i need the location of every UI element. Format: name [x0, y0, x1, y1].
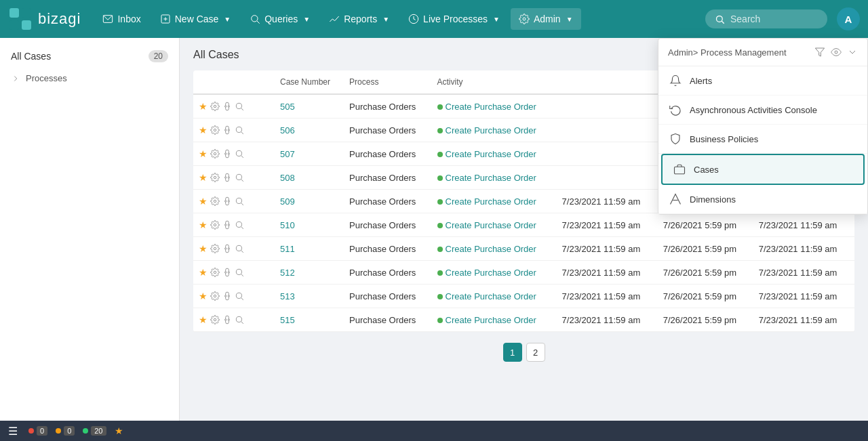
case-action-1[interactable]: [210, 102, 220, 111]
inbox-button[interactable]: Inbox: [94, 8, 149, 30]
case-number[interactable]: 515: [280, 315, 295, 325]
search-bar[interactable]: [705, 9, 827, 28]
case-action-2[interactable]: [222, 125, 232, 135]
logo[interactable]: bizagi: [8, 7, 81, 31]
activity-link[interactable]: Create Purchase Order: [446, 196, 536, 207]
case-action-1[interactable]: [210, 244, 220, 253]
filter-icon[interactable]: [814, 47, 825, 58]
live-processes-button[interactable]: Live Processes ▼: [400, 8, 508, 30]
case-action-1[interactable]: [210, 125, 220, 135]
star-toggle[interactable]: ★: [199, 196, 208, 207]
svg-line-33: [241, 180, 243, 182]
hamburger-icon[interactable]: ☰: [8, 425, 18, 438]
star-toggle[interactable]: ★: [199, 125, 208, 135]
col-created-header: [557, 70, 658, 94]
activity-link[interactable]: Create Purchase Order: [446, 268, 536, 278]
case-number[interactable]: 505: [280, 102, 295, 112]
activity-link[interactable]: Create Purchase Order: [446, 220, 536, 230]
case-search-icon[interactable]: [235, 220, 244, 230]
case-search-icon[interactable]: [235, 291, 244, 301]
case-action-2[interactable]: [222, 291, 232, 301]
star-toggle[interactable]: ★: [199, 267, 208, 278]
svg-line-63: [241, 322, 243, 324]
case-search-icon[interactable]: [235, 125, 244, 135]
reports-button[interactable]: Reports ▼: [321, 8, 397, 30]
case-action-2[interactable]: [222, 220, 232, 230]
search-input[interactable]: [730, 14, 812, 24]
svg-point-26: [228, 153, 229, 154]
created-date-cell: [557, 94, 658, 119]
eye-icon[interactable]: [831, 47, 842, 58]
dropdown-item-async-console[interactable]: Asynchronous Activities Console: [658, 96, 867, 125]
avatar[interactable]: A: [837, 7, 860, 30]
case-action-1[interactable]: [210, 196, 220, 206]
case-number[interactable]: 507: [280, 149, 295, 159]
case-action-2[interactable]: [222, 268, 232, 277]
case-number-cell: 507: [275, 142, 344, 166]
activity-link[interactable]: Create Purchase Order: [446, 315, 536, 325]
case-action-1[interactable]: [210, 291, 220, 301]
activity-link[interactable]: Create Purchase Order: [446, 173, 536, 183]
case-search-icon[interactable]: [235, 196, 244, 206]
star-toggle[interactable]: ★: [199, 101, 208, 112]
activity-link[interactable]: Create Purchase Order: [446, 125, 536, 135]
chevron-down-icon[interactable]: [847, 47, 858, 58]
case-action-1[interactable]: [210, 149, 220, 159]
queries-button[interactable]: Queries ▼: [241, 8, 318, 30]
case-number[interactable]: 506: [280, 125, 295, 135]
activity-link[interactable]: Create Purchase Order: [446, 244, 536, 254]
col-activity-header: Activity: [432, 70, 557, 94]
green-count: 20: [91, 426, 106, 436]
dropdown-item-alerts[interactable]: Alerts: [658, 66, 867, 96]
case-action-1[interactable]: [210, 220, 220, 230]
activity-link[interactable]: Create Purchase Order: [446, 102, 536, 112]
activity-link[interactable]: Create Purchase Order: [446, 291, 536, 301]
case-action-2[interactable]: [222, 173, 232, 182]
case-action-2[interactable]: [222, 196, 232, 206]
svg-point-14: [214, 105, 216, 108]
page-2-button[interactable]: 2: [526, 343, 545, 362]
case-search-icon[interactable]: [235, 268, 244, 277]
case-action-1[interactable]: [210, 268, 220, 277]
red-count: 0: [37, 426, 47, 436]
star-toggle[interactable]: ★: [199, 314, 208, 325]
activity-cell: Create Purchase Order: [432, 190, 557, 213]
star-toggle[interactable]: ★: [199, 172, 208, 183]
case-number[interactable]: 509: [280, 196, 295, 207]
page-1-button[interactable]: 1: [503, 343, 522, 362]
star-toggle[interactable]: ★: [199, 148, 208, 159]
case-number[interactable]: 513: [280, 291, 295, 301]
case-action-2[interactable]: [222, 102, 232, 111]
case-search-icon[interactable]: [235, 102, 244, 111]
star-toggle[interactable]: ★: [199, 291, 208, 301]
case-search-icon[interactable]: [235, 173, 244, 182]
case-number[interactable]: 508: [280, 173, 295, 183]
dropdown-item-cases[interactable]: Cases: [661, 154, 865, 185]
star-icon[interactable]: ★: [115, 425, 123, 436]
new-case-button[interactable]: New Case ▼: [152, 8, 239, 30]
sidebar-item-processes[interactable]: Processes: [0, 68, 179, 89]
activity-link[interactable]: Create Purchase Order: [446, 149, 536, 159]
star-toggle[interactable]: ★: [199, 243, 208, 254]
case-number[interactable]: 512: [280, 268, 295, 278]
dropdown-item-business-policies[interactable]: Business Policies: [658, 125, 867, 154]
svg-line-48: [241, 251, 243, 253]
case-number[interactable]: 511: [280, 244, 295, 254]
row-actions-cell: ★: [193, 285, 275, 308]
case-action-1[interactable]: [210, 315, 220, 324]
case-search-icon[interactable]: [235, 244, 244, 253]
admin-button[interactable]: Admin ▼: [511, 8, 581, 30]
case-action-2[interactable]: [222, 149, 232, 159]
case-number[interactable]: 510: [280, 220, 295, 230]
case-action-2[interactable]: [222, 315, 232, 324]
process-cell: Purchase Orders: [344, 119, 431, 142]
row-actions-cell: ★: [193, 119, 275, 142]
case-action-2[interactable]: [222, 244, 232, 253]
case-action-1[interactable]: [210, 173, 220, 182]
due-date-cell: 7/23/2021 11:59 am: [753, 308, 854, 332]
dropdown-item-dimensions[interactable]: Dimensions: [658, 185, 867, 214]
case-search-icon[interactable]: [235, 315, 244, 324]
case-search-icon[interactable]: [235, 149, 244, 159]
star-toggle[interactable]: ★: [199, 219, 208, 230]
cases-label: Cases: [694, 165, 719, 175]
